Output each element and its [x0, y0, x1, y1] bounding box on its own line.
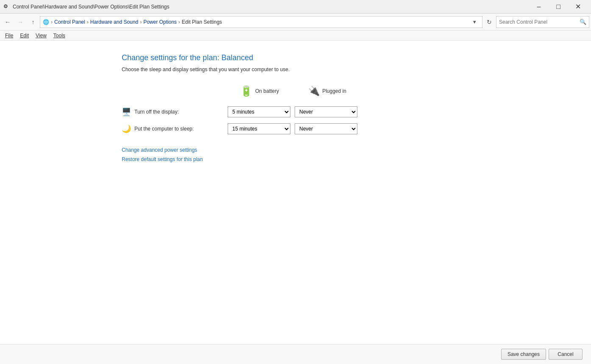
sleep-battery-select[interactable]: 1 minute2 minutes3 minutes5 minutes10 mi…: [228, 123, 290, 134]
cancel-button[interactable]: Cancel: [549, 349, 583, 360]
advanced-power-settings-link[interactable]: Change advanced power settings: [122, 147, 469, 153]
setting-display-label-cell: 🖥️ Turn off the display:: [122, 107, 223, 117]
page-subtitle: Choose the sleep and display settings th…: [122, 67, 469, 72]
plugged-icon: 🔌: [308, 86, 320, 97]
links-section: Change advanced power settings Restore d…: [122, 147, 469, 162]
setting-display-plugged-cell: 1 minute2 minutes3 minutes5 minutes10 mi…: [295, 106, 357, 117]
display-battery-select[interactable]: 1 minute2 minutes3 minutes5 minutes10 mi…: [228, 106, 290, 117]
search-input[interactable]: [499, 19, 580, 25]
setting-display-battery-cell: 1 minute2 minutes3 minutes5 minutes10 mi…: [228, 106, 290, 117]
sleep-plugged-select[interactable]: 1 minute2 minutes3 minutes5 minutes10 mi…: [295, 123, 357, 134]
forward-button[interactable]: →: [14, 16, 26, 28]
breadcrumb-hardware-sound[interactable]: Hardware and Sound: [90, 19, 138, 25]
window-title: Control Panel\Hardware and Sound\Power O…: [13, 4, 529, 10]
search-bar: 🔍: [496, 16, 589, 28]
menubar: File Edit View Tools: [0, 31, 591, 41]
page-title: Change settings for the plan: Balanced: [122, 53, 469, 62]
setting-row-display: 🖥️ Turn off the display: 1 minute2 minut…: [122, 106, 469, 117]
breadcrumb-dropdown-button[interactable]: ▾: [469, 17, 479, 27]
menu-edit[interactable]: Edit: [17, 32, 32, 39]
col-header-battery-label: On battery: [255, 88, 279, 94]
setting-sleep-plugged-cell: 1 minute2 minutes3 minutes5 minutes10 mi…: [295, 123, 357, 134]
restore-defaults-link[interactable]: Restore default settings for this plan: [122, 156, 469, 162]
breadcrumb-home-icon[interactable]: 🌐: [43, 19, 49, 25]
window-icon: ⚙: [3, 3, 10, 10]
menu-tools[interactable]: Tools: [50, 32, 69, 39]
content-area: Change settings for the plan: Balanced C…: [0, 41, 591, 364]
setting-display-label: Turn off the display:: [134, 109, 179, 115]
content-inner: Change settings for the plan: Balanced C…: [105, 41, 486, 178]
up-button[interactable]: ↑: [27, 16, 39, 28]
display-icon: 🖥️: [122, 107, 131, 117]
display-plugged-select[interactable]: 1 minute2 minutes3 minutes5 minutes10 mi…: [295, 106, 357, 117]
minimize-button[interactable]: –: [529, 0, 549, 14]
breadcrumb-power-options[interactable]: Power Options: [143, 19, 177, 25]
setting-sleep-label-cell: 🌙 Put the computer to sleep:: [122, 124, 223, 133]
refresh-button[interactable]: ↻: [483, 16, 495, 28]
col-header-plugged: 🔌 Plugged in: [296, 85, 359, 101]
back-button[interactable]: ←: [2, 16, 14, 28]
setting-sleep-label: Put the computer to sleep:: [134, 126, 194, 132]
window-controls: – □ ✕: [529, 0, 588, 14]
search-icon[interactable]: 🔍: [580, 19, 586, 25]
addressbar: ← → ↑ 🌐 › Control Panel › Hardware and S…: [0, 14, 591, 31]
battery-icon: 🔋: [240, 85, 253, 97]
setting-sleep-battery-cell: 1 minute2 minutes3 minutes5 minutes10 mi…: [228, 123, 290, 134]
maximize-button[interactable]: □: [549, 0, 568, 14]
footer: Save changes Cancel: [0, 344, 591, 364]
menu-file[interactable]: File: [2, 32, 17, 39]
close-button[interactable]: ✕: [568, 0, 588, 14]
menu-view[interactable]: View: [32, 32, 50, 39]
col-header-plugged-label: Plugged in: [322, 88, 346, 94]
breadcrumb-bar: 🌐 › Control Panel › Hardware and Sound ›…: [40, 16, 482, 28]
save-changes-button[interactable]: Save changes: [501, 349, 546, 360]
setting-row-sleep: 🌙 Put the computer to sleep: 1 minute2 m…: [122, 123, 469, 134]
titlebar: ⚙ Control Panel\Hardware and Sound\Power…: [0, 0, 591, 14]
breadcrumb-control-panel[interactable]: Control Panel: [54, 19, 85, 25]
breadcrumb-current: Edit Plan Settings: [182, 19, 222, 25]
sleep-icon: 🌙: [122, 124, 131, 133]
column-headers: 🔋 On battery 🔌 Plugged in: [228, 85, 469, 101]
col-header-battery: 🔋 On battery: [228, 85, 291, 101]
